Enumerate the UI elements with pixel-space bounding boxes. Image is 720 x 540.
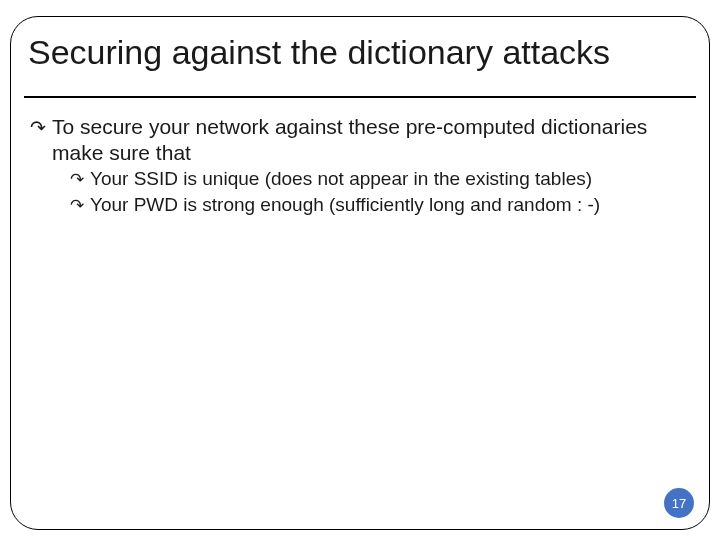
slide-title: Securing against the dictionary attacks (28, 34, 692, 71)
bullet-level2: ↷ Your PWD is strong enough (sufficientl… (70, 193, 690, 218)
sub-bullet-text: Your SSID is unique (does not appear in … (90, 168, 592, 189)
bullet-level2: ↷ Your SSID is unique (does not appear i… (70, 167, 690, 192)
slide-frame (10, 16, 710, 530)
page-number-badge: 17 (664, 488, 694, 518)
title-divider (24, 96, 696, 98)
slide-body: ↷ To secure your network against these p… (30, 114, 690, 230)
bullet-icon: ↷ (30, 116, 46, 140)
bullet-icon: ↷ (70, 195, 84, 217)
bullet-level1: ↷ To secure your network against these p… (30, 114, 690, 218)
sub-bullet-text: Your PWD is strong enough (sufficiently … (90, 194, 600, 215)
bullet-icon: ↷ (70, 169, 84, 191)
slide: Securing against the dictionary attacks … (0, 0, 720, 540)
page-number: 17 (672, 496, 686, 511)
sub-list: ↷ Your SSID is unique (does not appear i… (70, 167, 690, 218)
bullet-text: To secure your network against these pre… (52, 115, 647, 164)
